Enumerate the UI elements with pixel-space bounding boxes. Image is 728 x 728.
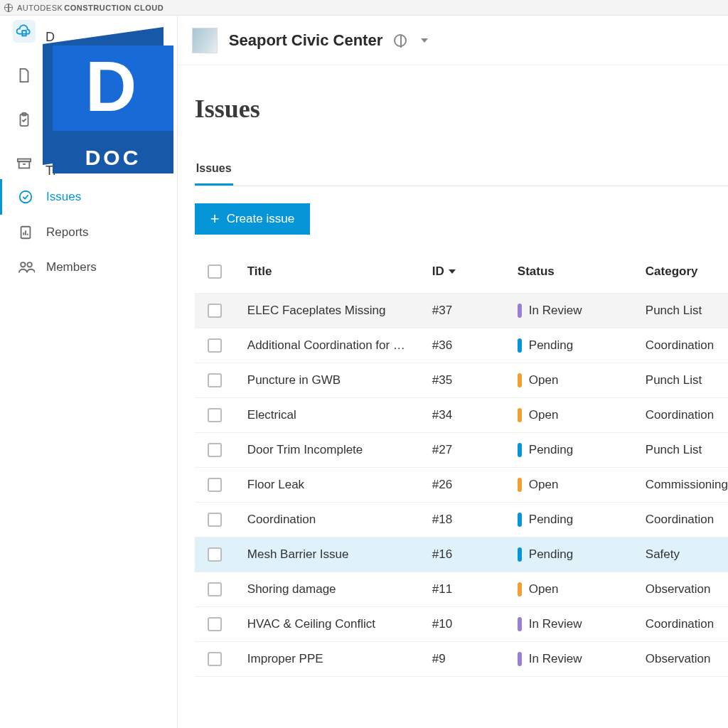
issue-id: #35 (432, 373, 518, 387)
table-row[interactable]: Additional Coordination for …#36PendingC… (195, 328, 728, 363)
issue-id: #18 (432, 513, 518, 527)
row-checkbox[interactable] (208, 513, 222, 527)
table-row[interactable]: Improper PPE#9In ReviewObservation (195, 642, 728, 677)
table-row[interactable]: Mesh Barrier Issue#16PendingSafety (195, 537, 728, 572)
issue-category: Observation (646, 652, 728, 666)
issue-id: #26 (432, 478, 518, 492)
table-row[interactable]: ELEC Faceplates Missing#37In ReviewPunch… (195, 294, 728, 328)
row-checkbox[interactable] (208, 652, 222, 666)
row-checkbox[interactable] (208, 478, 222, 492)
brand-suffix: CONSTRUCTION CLOUD (64, 4, 164, 12)
issue-id: #36 (432, 338, 518, 353)
row-checkbox[interactable] (208, 443, 222, 457)
project-name[interactable]: Seaport Civic Center (229, 31, 382, 50)
issue-title: Puncture in GWB (247, 373, 432, 387)
col-category[interactable]: Category (646, 264, 728, 279)
col-title[interactable]: Title (247, 264, 432, 279)
svg-rect-0 (22, 31, 26, 36)
row-checkbox[interactable] (208, 547, 222, 562)
table-header: Title ID Status Category (195, 250, 728, 294)
table-row[interactable]: Door Trim Incomplete#27PendingPunch List (195, 433, 728, 468)
chevron-down-icon[interactable] (421, 38, 428, 43)
issue-category: Coordination (646, 338, 728, 353)
tool-archive[interactable] (13, 152, 36, 175)
svg-point-8 (21, 262, 25, 267)
table-row[interactable]: Coordination#18PendingCoordination (195, 503, 728, 537)
doc-logo-label: DOC (53, 142, 173, 173)
cloud-building-icon (16, 24, 32, 38)
issue-status: In Review (518, 617, 646, 631)
table-row[interactable]: Shoring damage#11OpenObservation (195, 572, 728, 607)
sidebar-item-members[interactable]: Members (0, 250, 177, 284)
issue-status: In Review (518, 304, 646, 318)
report-icon (18, 225, 33, 240)
issue-id: #37 (432, 304, 518, 318)
members-icon (18, 260, 33, 274)
issue-id: #34 (432, 408, 518, 422)
sort-desc-icon (449, 269, 456, 274)
row-checkbox[interactable] (208, 408, 222, 422)
issue-status: Open (518, 408, 646, 422)
table-row[interactable]: Floor Leak#26OpenCommissioning (195, 468, 728, 503)
issue-id: #16 (432, 547, 518, 562)
issue-title: Additional Coordination for … (247, 338, 432, 353)
tabs: Issues (195, 155, 728, 186)
table-row[interactable]: HVAC & Ceiling Conflict#10In ReviewCoord… (195, 607, 728, 642)
issue-title: Coordination (247, 513, 432, 527)
clipboard-icon (17, 112, 31, 127)
issue-status: Open (518, 582, 646, 596)
status-pill-icon (518, 478, 522, 492)
autodesk-globe-icon (4, 4, 13, 12)
status-pill-icon (518, 304, 522, 318)
table-row[interactable]: Electrical#34OpenCoordination (195, 398, 728, 433)
issue-title: HVAC & Ceiling Conflict (247, 617, 432, 631)
issue-status: Pending (518, 547, 646, 562)
file-icon (17, 68, 31, 83)
sidebar-item-issues[interactable]: Issues (0, 179, 177, 215)
col-status[interactable]: Status (518, 264, 646, 279)
sidebar-item-reports[interactable]: Reports (0, 215, 177, 250)
row-checkbox[interactable] (208, 373, 222, 387)
page-title: Issues (195, 94, 728, 124)
doc-logo-overlay: D DOC (43, 36, 169, 162)
status-pill-icon (518, 443, 522, 457)
sidebar: D (0, 16, 178, 728)
main: Seaport Civic Center Issues Issues + Cre… (178, 16, 728, 728)
issue-category: Safety (646, 547, 728, 562)
issue-id: #27 (432, 443, 518, 457)
row-checkbox[interactable] (208, 304, 222, 318)
create-issue-label: Create issue (227, 212, 294, 226)
tool-home[interactable] (13, 20, 36, 43)
row-checkbox[interactable] (208, 338, 222, 353)
svg-rect-4 (19, 161, 30, 168)
status-pill-icon (518, 652, 522, 666)
create-issue-button[interactable]: + Create issue (195, 203, 310, 235)
tool-files[interactable] (13, 64, 36, 87)
issue-status: Pending (518, 443, 646, 457)
col-id[interactable]: ID (432, 264, 518, 279)
issue-id: #10 (432, 617, 518, 631)
issue-category: Punch List (646, 443, 728, 457)
archive-icon (16, 157, 32, 170)
issue-title: Electrical (247, 408, 432, 422)
tab-issues[interactable]: Issues (195, 155, 233, 186)
check-circle-icon (18, 189, 33, 205)
tool-clipboard[interactable] (13, 108, 36, 131)
table-row[interactable]: Puncture in GWB#35OpenPunch List (195, 363, 728, 398)
status-pill-icon (518, 582, 522, 596)
globe-icon (394, 34, 407, 47)
row-checkbox[interactable] (208, 617, 222, 631)
issue-status: Pending (518, 338, 646, 353)
issues-table: Title ID Status Category ELEC Faceplates… (195, 250, 728, 677)
svg-point-9 (27, 262, 31, 267)
status-pill-icon (518, 513, 522, 527)
issue-title: Shoring damage (247, 582, 432, 596)
issue-category: Observation (646, 582, 728, 596)
issue-category: Punch List (646, 373, 728, 387)
sidebar-item-label: Members (46, 260, 97, 274)
sidebar-item-label: Reports (46, 225, 89, 240)
row-checkbox[interactable] (208, 582, 222, 596)
project-thumbnail[interactable] (192, 28, 218, 53)
checkbox-all[interactable] (208, 264, 222, 279)
issue-title: Mesh Barrier Issue (247, 547, 432, 562)
